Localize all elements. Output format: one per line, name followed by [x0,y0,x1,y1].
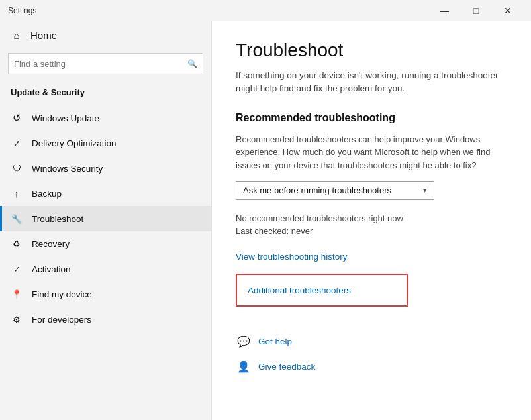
sidebar-item-windows-security[interactable]: 🛡 Windows Security [0,156,211,181]
sidebar-label-for-developers: For developers [32,315,91,325]
sidebar-item-activation[interactable]: ✓ Activation [0,256,211,282]
app-title: Settings [8,6,36,15]
app-body: ⌂ Home 🔍 Update & Security ↺ Windows Upd… [0,21,531,420]
sidebar-label-delivery-optimization: Delivery Optimization [32,138,117,148]
sidebar-item-backup[interactable]: ↑ Backup [0,181,211,206]
give-feedback-icon: 👤 [236,358,252,374]
search-input[interactable] [14,59,187,69]
last-checked-text: Last checked: never [236,226,507,236]
sidebar-label-find-my-device: Find my device [32,289,92,299]
backup-icon: ↑ [11,187,23,199]
sidebar-label-activation: Activation [32,264,71,274]
sidebar-item-recovery[interactable]: ♻ Recovery [0,231,211,256]
sidebar-item-for-developers[interactable]: ⚙ For developers [0,307,211,332]
no-troubleshooters-text: No recommended troubleshooters right now [236,213,507,223]
close-button[interactable]: ✕ [493,0,523,21]
window-controls: — □ ✕ [429,0,523,21]
sidebar-label-windows-update: Windows Update [32,113,99,123]
minimize-button[interactable]: — [429,0,459,21]
sidebar-item-home[interactable]: ⌂ Home [0,21,211,49]
windows-security-icon: 🛡 [11,162,23,174]
sidebar-home-label: Home [30,30,57,41]
maximize-button[interactable]: □ [461,0,491,21]
sidebar-section-title: Update & Security [0,82,211,105]
recommended-desc: Recommended troubleshooters can help imp… [236,133,507,172]
troubleshoot-icon: 🔧 [11,213,23,225]
get-help-link: Get help [258,337,292,346]
recommended-heading: Recommended troubleshooting [236,112,507,124]
give-feedback-row[interactable]: 👤 Give feedback [236,358,507,374]
activation-icon: ✓ [11,263,23,275]
additional-troubleshooters-link: Additional troubleshooters [248,286,351,295]
give-feedback-link: Give feedback [258,362,315,372]
additional-troubleshooters-box[interactable]: Additional troubleshooters [236,274,408,307]
page-subtitle: If something on your device isn't workin… [236,69,507,96]
sidebar-label-troubleshoot: Troubleshoot [32,214,83,224]
search-box[interactable]: 🔍 [8,53,203,74]
troubleshoot-dropdown[interactable]: Ask me before running troubleshooters ▾ [236,181,434,200]
for-developers-icon: ⚙ [11,313,23,325]
windows-update-icon: ↺ [11,112,23,124]
sidebar-item-troubleshoot[interactable]: 🔧 Troubleshoot [0,206,211,231]
main-content: Troubleshoot If something on your device… [212,21,531,420]
get-help-icon: 💬 [236,333,252,349]
search-icon: 🔍 [187,59,197,68]
delivery-optimization-icon: ⤢ [11,137,23,149]
sidebar-label-backup: Backup [32,189,62,199]
sidebar-label-windows-security: Windows Security [32,164,103,174]
sidebar: ⌂ Home 🔍 Update & Security ↺ Windows Upd… [0,21,212,420]
home-icon: ⌂ [11,29,23,41]
sidebar-label-recovery: Recovery [32,239,70,249]
sidebar-item-find-my-device[interactable]: 📍 Find my device [0,282,211,307]
sidebar-item-delivery-optimization[interactable]: ⤢ Delivery Optimization [0,131,211,156]
title-bar: Settings — □ ✕ [0,0,531,21]
find-my-device-icon: 📍 [11,288,23,300]
page-title: Troubleshoot [236,40,507,61]
chevron-down-icon: ▾ [423,186,427,195]
recovery-icon: ♻ [11,238,23,250]
view-history-link[interactable]: View troubleshooting history [236,252,348,262]
sidebar-item-windows-update[interactable]: ↺ Windows Update [0,105,211,131]
get-help-row[interactable]: 💬 Get help [236,333,507,349]
dropdown-value: Ask me before running troubleshooters [243,185,391,195]
